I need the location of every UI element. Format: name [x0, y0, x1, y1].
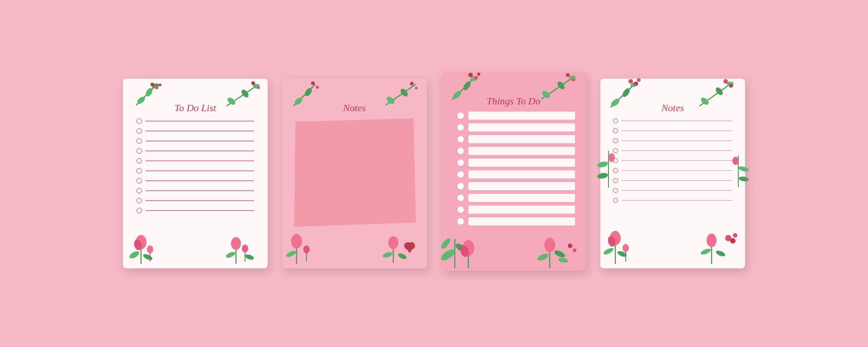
list-item — [613, 158, 732, 163]
list-item — [613, 198, 732, 203]
line — [146, 200, 254, 201]
todo-bar — [468, 135, 575, 143]
line — [146, 141, 254, 141]
cards-container: To Do List — [123, 76, 745, 271]
line — [146, 121, 254, 122]
list-item — [613, 118, 732, 123]
list-item — [137, 188, 254, 193]
line — [622, 150, 732, 151]
svg-point-40 — [285, 249, 297, 258]
svg-marker-47 — [406, 248, 414, 253]
notes-paint-area — [293, 118, 416, 227]
list-item — [137, 178, 254, 183]
line — [146, 150, 254, 151]
svg-point-110 — [733, 233, 737, 238]
svg-point-23 — [242, 244, 248, 253]
svg-point-44 — [397, 252, 407, 260]
checkbox-icon — [613, 168, 618, 173]
list-item — [613, 138, 732, 143]
checkbox-icon — [137, 118, 142, 124]
list-item — [137, 128, 254, 134]
svg-point-46 — [408, 242, 415, 249]
checkbox-icon — [137, 148, 142, 154]
svg-point-69 — [544, 238, 555, 252]
card-todo-list: To Do List — [123, 79, 268, 268]
line — [622, 190, 732, 191]
checkbox-icon — [613, 188, 618, 193]
svg-point-19 — [142, 253, 153, 261]
line — [146, 210, 254, 211]
checkbox-icon — [137, 188, 142, 193]
svg-point-45 — [404, 242, 411, 249]
line — [146, 180, 254, 181]
card-3-todo-list — [441, 112, 586, 225]
svg-point-101 — [623, 244, 629, 252]
svg-point-74 — [573, 249, 576, 252]
card-4-title: Notes — [600, 79, 745, 114]
checkbox-icon — [458, 171, 464, 178]
svg-point-106 — [700, 248, 712, 256]
svg-point-72 — [558, 257, 568, 263]
checkbox-icon — [613, 158, 618, 163]
list-item — [458, 135, 575, 143]
checkbox-icon — [458, 206, 464, 213]
checkbox-icon — [458, 159, 464, 166]
svg-point-66 — [462, 240, 474, 256]
line — [146, 170, 254, 171]
list-item — [458, 194, 575, 202]
svg-point-99 — [607, 235, 617, 247]
svg-point-39 — [303, 245, 310, 253]
line — [622, 131, 732, 131]
checkbox-icon — [613, 138, 618, 143]
todo-bar — [468, 147, 575, 155]
svg-point-107 — [715, 249, 726, 258]
todo-bar — [468, 123, 575, 131]
list-item — [137, 158, 254, 164]
checkbox-icon — [613, 128, 618, 133]
line — [622, 141, 732, 141]
svg-point-17 — [147, 245, 153, 253]
checkbox-icon — [458, 124, 464, 131]
checkbox-icon — [613, 148, 618, 153]
checkbox-icon — [613, 118, 618, 123]
list-item — [458, 123, 575, 131]
todo-bar — [468, 112, 575, 120]
svg-point-21 — [231, 237, 241, 250]
svg-point-108 — [725, 235, 731, 241]
card-4-notes-list — [600, 118, 745, 203]
list-item — [458, 147, 575, 155]
todo-bar — [468, 194, 575, 202]
line — [622, 180, 732, 181]
svg-point-62 — [439, 247, 457, 263]
line — [622, 121, 732, 122]
checkbox-icon — [458, 183, 464, 189]
checkbox-icon — [458, 218, 464, 225]
svg-point-70 — [537, 252, 550, 262]
list-item — [137, 198, 254, 203]
card-1-checklist — [123, 118, 268, 213]
svg-point-24 — [225, 251, 236, 259]
list-item — [613, 128, 732, 133]
svg-point-64 — [439, 237, 452, 250]
list-item — [137, 118, 254, 124]
checkbox-icon — [137, 138, 142, 144]
checkbox-icon — [137, 158, 142, 164]
checkbox-icon — [137, 168, 142, 174]
todo-bar — [468, 206, 575, 214]
line — [146, 190, 254, 191]
list-item — [613, 168, 732, 173]
list-item — [458, 217, 575, 225]
svg-point-15 — [133, 239, 143, 251]
card-notes-paint: Notes — [282, 79, 427, 268]
list-item — [613, 148, 732, 153]
list-item — [137, 168, 254, 174]
svg-point-67 — [459, 244, 470, 258]
todo-bar — [468, 170, 575, 178]
card-3-title: Things To Do — [441, 72, 586, 107]
card-notes-lines: Notes — [600, 79, 745, 268]
list-item — [458, 170, 575, 178]
svg-point-37 — [291, 234, 302, 249]
line — [146, 160, 254, 161]
checkbox-icon — [137, 198, 142, 203]
list-item — [137, 138, 254, 144]
